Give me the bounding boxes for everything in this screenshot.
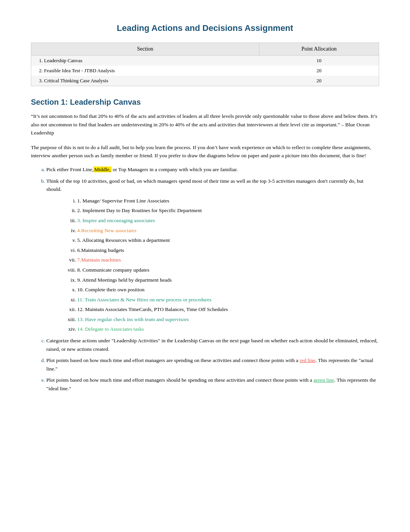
sub-list-item-xiii: 13. Have regular check ins with team and… [77, 315, 379, 324]
section1-title: Section 1: Leadership Canvas [31, 98, 379, 107]
sub-list-item-iv: 4.Recruiting New associates [77, 226, 379, 235]
list-item-d-text-before: Plot points based on how much time and e… [46, 357, 300, 363]
sub-list-item-iii: 3. Inspire and encouraging associates [77, 216, 379, 225]
sub-list-item-xi: 11. Train Associates & New Hires on new … [77, 296, 379, 304]
list-item-a: Pick either Front Line,Middle, or Top Ma… [46, 165, 379, 174]
table-cell-points-2: 20 [259, 66, 379, 76]
list-item-a-text-before: Pick either Front Line, [46, 167, 93, 172]
list-item-d: Plot points based on how much time and e… [46, 356, 379, 373]
sub-list-item-viii: 8. Communicate company updates [77, 266, 379, 274]
list-item-c-text: Categorize these actions under "Leadersh… [46, 338, 378, 352]
list-item-b-text: Think of the top 10 activities, good or … [46, 178, 364, 192]
table-row: 2. Feasible Idea Test - JTBD Analysis 20 [31, 66, 379, 76]
sub-list-item-v: 5. Allocating Resources within a departm… [77, 236, 379, 245]
table-header-section: Section [31, 43, 259, 56]
green-line-label: green line [313, 377, 334, 383]
sub-list-item-xiv: 14. Delegate to Associates tasks [77, 325, 379, 333]
table-cell-points-3: 20 [259, 76, 379, 86]
list-item-e-text-before: Plot points based on how much time and e… [46, 377, 313, 383]
list-item-e: Plot points based on how much time and e… [46, 376, 379, 393]
main-list: Pick either Front Line,Middle, or Top Ma… [31, 165, 379, 393]
table-row: 1. Leadership Canvas 10 [31, 56, 379, 66]
table-header-points: Point Allocation [259, 43, 379, 56]
table-row: 3. Critical Thinking Case Analysis 20 [31, 76, 379, 86]
sub-list-item-x: 10. Complete their own position [77, 286, 379, 294]
list-item-a-text-after: or Top Managers in a company with which … [112, 167, 238, 172]
sub-list-item-xii: 12. Maintain Associates TimeCards, PTO B… [77, 305, 379, 314]
table-cell-points-1: 10 [259, 56, 379, 66]
sub-list-item-ii: 2. Implement Day to Day Routines for Spe… [77, 206, 379, 215]
sub-list-item-i: 1. Manage/ Supervise Front Line Associat… [77, 197, 379, 205]
sub-list-item-vi: 6.Maintaining budgets [77, 246, 379, 255]
list-item-b: Think of the top 10 activities, good or … [46, 177, 379, 334]
table-cell-section-3: 3. Critical Thinking Case Analysis [31, 76, 259, 86]
list-item-a-highlight: Middle, [93, 167, 111, 172]
sub-list-item-vii: 7.Maintain machines [77, 256, 379, 264]
table-cell-section-1: 1. Leadership Canvas [31, 56, 259, 66]
sub-list: 1. Manage/ Supervise Front Line Associat… [46, 197, 379, 333]
points-table: Section Point Allocation 1. Leadership C… [31, 42, 379, 86]
section1-body: The purpose of this is not to do a full … [31, 143, 379, 160]
page-title: Leading Actions and Decisions Assignment [31, 23, 379, 33]
red-line-label: red line [300, 357, 315, 363]
table-cell-section-2: 2. Feasible Idea Test - JTBD Analysis [31, 66, 259, 76]
list-item-c: Categorize these actions under "Leadersh… [46, 337, 379, 353]
sub-list-item-ix: 9. Attend Meetings held by department he… [77, 276, 379, 284]
section1-quote: “It’s not uncommon to find that 20% to 4… [31, 112, 379, 137]
